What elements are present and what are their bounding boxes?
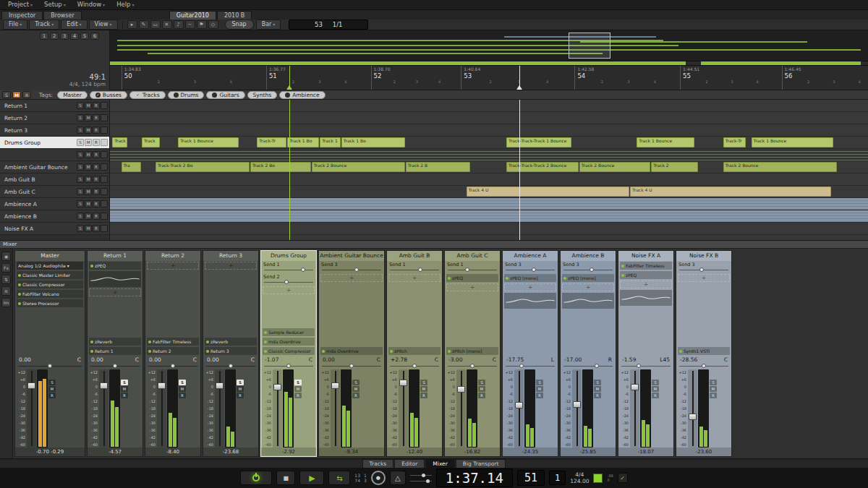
solo-button[interactable]: S bbox=[536, 380, 543, 385]
plugin-slot[interactable]: Return 1 bbox=[89, 347, 141, 355]
send-slider-handle[interactable] bbox=[699, 267, 704, 272]
track-row-amb-guit-b[interactable]: Amb Guit BSMR bbox=[0, 174, 109, 186]
track-row-blank[interactable]: SMR bbox=[0, 149, 109, 161]
send-level-slider[interactable] bbox=[264, 267, 313, 273]
fx-icon[interactable]: Fx bbox=[1, 263, 11, 273]
track-row-return-1[interactable]: Return 1SMR bbox=[0, 100, 109, 112]
plugin-slot[interactable]: Return 2 bbox=[147, 347, 199, 355]
pan-slider[interactable] bbox=[506, 364, 555, 369]
mute-button[interactable]: M bbox=[420, 386, 427, 392]
record-arm-button[interactable]: R bbox=[294, 393, 302, 398]
pan-slider[interactable] bbox=[322, 364, 381, 369]
project-tab-guitar2010[interactable]: Guitar2010 bbox=[169, 11, 216, 20]
track-record-button[interactable]: R bbox=[93, 225, 100, 232]
track-mute-button[interactable]: M bbox=[85, 213, 92, 220]
audio-clip[interactable]: Track 1 Bo bbox=[341, 137, 405, 147]
track-row-amb-guit-c[interactable]: Amb Guit CSMR bbox=[0, 186, 109, 198]
project-tab-2010-b[interactable]: 2010 B bbox=[217, 11, 252, 20]
tag-busses[interactable]: ✓Busses bbox=[90, 91, 127, 99]
record-arm-button[interactable]: R bbox=[594, 393, 601, 398]
mute-button[interactable]: M bbox=[536, 386, 543, 392]
track-row-return-2[interactable]: Return 2SMR bbox=[0, 112, 109, 124]
plugin-slot[interactable]: zReverb bbox=[89, 338, 141, 346]
metronome-volume-slider[interactable] bbox=[410, 474, 432, 477]
plugin-slot[interactable]: mda Overdrive bbox=[320, 347, 383, 355]
volume-fader[interactable] bbox=[514, 369, 524, 448]
add-plugin-slot[interactable]: + bbox=[147, 262, 199, 270]
solo-button[interactable]: S bbox=[121, 380, 128, 385]
track-record-button[interactable]: R bbox=[93, 188, 100, 195]
toolbar-menu-view[interactable]: View bbox=[89, 20, 118, 30]
mute-button[interactable]: M bbox=[652, 386, 659, 392]
lane-ambience-a[interactable] bbox=[110, 198, 868, 210]
fader-handle[interactable] bbox=[689, 414, 697, 420]
sends-icon[interactable]: ⇅ bbox=[1, 275, 11, 284]
pan-slider-handle[interactable] bbox=[286, 364, 291, 368]
cue-marker-3[interactable]: 3 bbox=[60, 33, 69, 40]
send-level-slider[interactable] bbox=[506, 267, 555, 273]
add-plugin-slot[interactable]: + bbox=[562, 283, 614, 291]
audio-clip[interactable]: Track 1 bbox=[320, 137, 340, 147]
track-record-button[interactable]: R bbox=[93, 127, 100, 134]
mixer-strip-return-2[interactable]: Return 2+FabFilter TimelessReturn 20.00C… bbox=[145, 250, 201, 457]
mute-button[interactable]: M bbox=[237, 386, 244, 392]
track-row-noise-fx-a[interactable]: Noise FX ASMR bbox=[0, 223, 109, 235]
output-device-selector[interactable]: Analog 1/2 Audiophile ▾ bbox=[17, 262, 83, 270]
track-solo-button[interactable]: S bbox=[77, 176, 84, 183]
pan-slider-handle[interactable] bbox=[702, 364, 706, 368]
lane-return-2[interactable] bbox=[110, 112, 868, 124]
overview-viewport-box[interactable] bbox=[569, 33, 610, 58]
pan-slider-handle[interactable] bbox=[637, 364, 641, 368]
audio-clip[interactable]: Track 4 U bbox=[630, 187, 831, 197]
track-options-button[interactable] bbox=[101, 139, 108, 146]
plugin-slot[interactable]: zPEQ bbox=[446, 274, 498, 282]
mixer-strip-drums-group[interactable]: Drums GroupSend 1Send 2+Sample Reducermd… bbox=[260, 250, 317, 457]
pan-slider-handle[interactable] bbox=[349, 364, 354, 368]
record-arm-button[interactable]: R bbox=[652, 393, 659, 398]
mute-button[interactable]: M bbox=[121, 386, 128, 392]
lane-return-3[interactable] bbox=[110, 124, 868, 137]
record-filter-button[interactable]: R bbox=[22, 91, 31, 98]
track-solo-button[interactable]: S bbox=[77, 163, 84, 171]
plugin-slot[interactable]: Return 3 bbox=[205, 347, 257, 355]
menu-setup[interactable]: Setup bbox=[39, 0, 71, 9]
track-options-button[interactable] bbox=[101, 213, 108, 220]
plugin-slot[interactable]: FabFilter Timeless bbox=[620, 262, 672, 270]
arranger-lanes[interactable]: TrackTrackTrack 1 BounceTrack-TrTrack 1 … bbox=[110, 100, 868, 240]
add-plugin-slot[interactable]: + bbox=[263, 286, 315, 294]
mute-button[interactable]: M bbox=[48, 386, 56, 392]
volume-fader[interactable] bbox=[273, 369, 282, 448]
add-plugin-slot[interactable]: + bbox=[320, 274, 383, 282]
record-arm-button[interactable]: R bbox=[710, 393, 717, 398]
tag-master[interactable]: Master bbox=[57, 91, 88, 99]
cue-marker-4[interactable]: 4 bbox=[70, 33, 79, 40]
bottom-tab-mixer[interactable]: Mixer bbox=[425, 459, 454, 468]
audio-clip[interactable]: Track 2 Bo bbox=[250, 162, 311, 172]
split-tool-icon[interactable]: ✕ bbox=[162, 20, 172, 29]
stop-button[interactable]: ■ bbox=[276, 471, 295, 485]
track-record-button[interactable]: R bbox=[93, 200, 100, 207]
plugin-slot[interactable]: Synth1 VSTi bbox=[678, 347, 730, 355]
audio-clip[interactable]: Track 1 Bounce bbox=[178, 137, 239, 147]
record-arm-button[interactable]: R bbox=[48, 393, 56, 398]
track-mute-button[interactable]: M bbox=[85, 163, 92, 171]
solo-button[interactable]: S bbox=[478, 380, 485, 385]
audio-clip[interactable]: Track-Track-Track 2 Bounce bbox=[506, 162, 579, 172]
pan-slider[interactable] bbox=[148, 364, 197, 369]
pan-slider[interactable] bbox=[90, 364, 140, 369]
audio-clip[interactable]: Track-Tr bbox=[257, 137, 286, 147]
track-mute-button[interactable]: M bbox=[85, 151, 92, 158]
snap-toggle[interactable]: Snap bbox=[225, 20, 254, 30]
send-level-slider[interactable] bbox=[448, 267, 497, 273]
record-arm-button[interactable]: R bbox=[179, 393, 186, 398]
record-arm-button[interactable]: R bbox=[121, 393, 128, 398]
track-solo-button[interactable]: S bbox=[77, 114, 84, 121]
track-options-button[interactable] bbox=[101, 114, 108, 121]
mixer-strip-amb-guit-c[interactable]: Amb Guit CSend 1zPEQ+zPitch [mono]-3.00C… bbox=[444, 250, 501, 457]
tag-guitars[interactable]: Guitars bbox=[206, 91, 244, 99]
track-mute-button[interactable]: M bbox=[85, 188, 92, 195]
send-slider-handle[interactable] bbox=[590, 267, 594, 272]
pan-slider[interactable] bbox=[448, 364, 497, 369]
volume-fader[interactable] bbox=[331, 369, 340, 448]
track-options-button[interactable] bbox=[101, 225, 108, 232]
